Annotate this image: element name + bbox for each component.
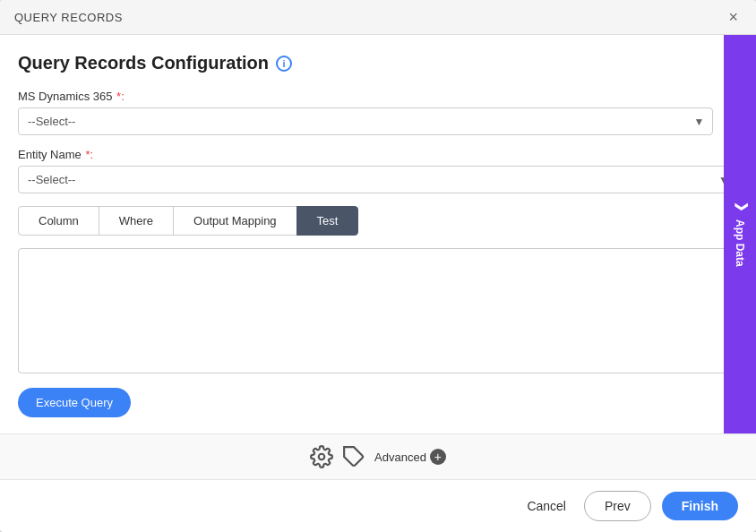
page-title-row: Query Records Configuration i xyxy=(18,53,738,73)
page-title: Query Records Configuration xyxy=(18,53,269,73)
ms-dynamics-select-box: --Select-- ▼ xyxy=(18,107,713,135)
info-icon[interactable]: i xyxy=(276,56,292,72)
app-data-label: App Data xyxy=(734,219,746,267)
ms-dynamics-select[interactable]: --Select-- xyxy=(18,107,713,135)
ms-dynamics-required-star: *: xyxy=(113,90,124,103)
ms-dynamics-select-wrapper: --Select-- ▼ + xyxy=(18,107,738,135)
modal-body: Query Records Configuration i MS Dynamic… xyxy=(0,35,756,433)
execute-query-button[interactable]: Execute Query xyxy=(18,388,131,417)
entity-name-label: Entity Name *: xyxy=(18,148,738,161)
modal-close-button[interactable]: × xyxy=(725,9,742,25)
ms-dynamics-label: MS Dynamics 365 *: xyxy=(18,90,738,103)
modal-header-title: QUERY RECORDS xyxy=(14,11,123,24)
gear-icon[interactable] xyxy=(310,445,333,468)
tabs-row: Column Where Output Mapping Test xyxy=(18,206,738,236)
entity-name-select-wrapper: --Select-- ▼ xyxy=(18,166,738,193)
prev-button[interactable]: Prev xyxy=(584,491,651,521)
entity-name-select-box: --Select-- ▼ xyxy=(18,166,738,193)
cancel-button[interactable]: Cancel xyxy=(520,495,573,517)
finish-button[interactable]: Finish xyxy=(662,492,738,520)
app-data-sidebar-button[interactable]: ❮ App Data xyxy=(724,35,756,433)
footer-icons-row: Advanced + xyxy=(0,433,756,479)
advanced-label: Advanced xyxy=(374,450,426,464)
tab-where[interactable]: Where xyxy=(99,206,174,236)
modal-container: QUERY RECORDS × Query Records Configurat… xyxy=(0,0,756,532)
footer-actions-row: Cancel Prev Finish xyxy=(0,479,756,532)
advanced-section[interactable]: Advanced + xyxy=(374,449,446,465)
advanced-plus-icon: + xyxy=(430,449,446,465)
ms-dynamics-field-group: MS Dynamics 365 *: --Select-- ▼ + xyxy=(18,90,738,135)
entity-name-select[interactable]: --Select-- xyxy=(18,166,738,193)
puzzle-icon[interactable] xyxy=(342,445,365,468)
app-data-sidebar-wrapper: ❮ App Data xyxy=(724,35,756,433)
svg-point-0 xyxy=(319,454,325,460)
test-content-area xyxy=(18,248,738,373)
tab-column[interactable]: Column xyxy=(18,206,99,236)
entity-name-required-star: *: xyxy=(82,148,93,161)
chevron-left-icon: ❮ xyxy=(733,202,747,212)
modal-header: QUERY RECORDS × xyxy=(0,0,756,35)
tab-test[interactable]: Test xyxy=(296,206,359,236)
entity-name-field-group: Entity Name *: --Select-- ▼ xyxy=(18,148,738,193)
tab-output-mapping[interactable]: Output Mapping xyxy=(173,206,297,236)
